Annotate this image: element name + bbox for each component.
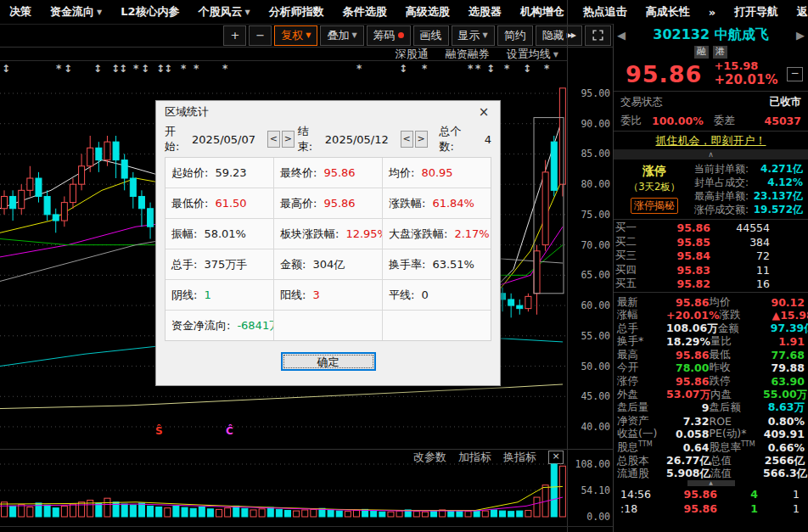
- volume-bar: [61, 506, 67, 517]
- tick-list: 14:5695.8641:1895.8611: [614, 487, 808, 516]
- menu-item-3[interactable]: 个股风云▼: [199, 4, 250, 20]
- stat-label: 金额: [718, 322, 771, 336]
- menu-item-10[interactable]: 高成长性: [646, 4, 690, 20]
- start-prev-button[interactable]: <: [267, 131, 280, 148]
- start-date-value: 2025/05/07: [192, 133, 255, 146]
- toolbar-button-叠加[interactable]: 叠加▼: [320, 25, 363, 46]
- volume-bar: [96, 503, 102, 517]
- end-next-button[interactable]: >: [415, 131, 428, 148]
- candle: [104, 142, 110, 160]
- stat-label: 总手:: [171, 257, 197, 272]
- end-prev-button[interactable]: <: [401, 131, 413, 148]
- toolbar-button-画线[interactable]: 画线: [413, 25, 449, 46]
- stat-value: 0.64: [666, 441, 710, 454]
- menu-item-5[interactable]: 条件选股: [343, 4, 387, 20]
- stat-value: 97.39亿: [771, 322, 808, 336]
- open-account-link[interactable]: 抓住机会，即刻开户！: [656, 133, 766, 148]
- menu-item-6[interactable]: 高级选股: [406, 4, 450, 20]
- toolbar-button-简约[interactable]: 简约: [497, 25, 533, 46]
- volume-bar: [207, 509, 213, 517]
- menu-item-8[interactable]: 机构增仓: [520, 4, 564, 20]
- menu-item-2[interactable]: L2核心内参: [121, 4, 179, 20]
- statistics-table: 起始价:59.23最终价:95.86均价:80.95最低价:61.50最高价:9…: [165, 157, 491, 341]
- limit-up-reveal-button[interactable]: 涨停揭秘: [631, 198, 678, 214]
- volume-bar: [525, 511, 531, 517]
- collapse-quote-button[interactable]: −: [787, 67, 803, 81]
- volume-bar: [53, 508, 59, 517]
- volume-bar: [336, 511, 342, 517]
- toolbar-button-复权[interactable]: 复权▼: [274, 25, 317, 46]
- collapse-handle[interactable]: ∧: [614, 149, 808, 160]
- stat-label: 总手: [617, 322, 666, 336]
- menu-item-11[interactable]: »: [709, 6, 715, 19]
- stat-label: 换手*: [617, 334, 666, 349]
- chevron-down-icon: ▼: [97, 8, 102, 16]
- volume-bar: [19, 505, 25, 517]
- dialog-titlebar[interactable]: 区域统计 ×: [156, 101, 500, 123]
- event-marker: ↕: [119, 63, 127, 75]
- menu-item-1[interactable]: 资金流向▼: [50, 4, 102, 20]
- volume-bar: [482, 511, 488, 517]
- stat-cell: 最低价:61.50: [166, 188, 273, 218]
- zt-value: 4.12%: [749, 176, 803, 188]
- stat-value: 2.17%: [454, 227, 489, 240]
- stat-value: 409.91: [762, 428, 805, 440]
- stat-value: 8.63万: [762, 400, 805, 415]
- stats-row: 最新95.86均价90.12: [617, 295, 805, 309]
- price-row: 95.86 +15.98 +20.01% −: [614, 59, 808, 90]
- stat-value: 7.32: [666, 415, 710, 428]
- volume-bar: [182, 507, 188, 517]
- limit-up-stats: 当前封单额:4.271亿封单占成交:4.12%最高封单额:23.137亿涨停成交…: [690, 162, 803, 216]
- event-marker: ↕: [486, 63, 495, 75]
- menu-right-item-0[interactable]: 打开导航: [734, 4, 778, 20]
- toolbar-button-+[interactable]: +: [223, 25, 246, 46]
- prev-stock-icon[interactable]: ◀: [617, 29, 629, 42]
- divider: [614, 292, 808, 293]
- stats-grid: 最新95.86均价90.12涨幅+20.01%涨跌▲15.98总手108.06万…: [614, 294, 808, 480]
- event-marker: ↕: [141, 63, 149, 75]
- event-glyph: Ĉ: [226, 424, 233, 437]
- volume-bar: [474, 511, 480, 517]
- stat-value: 304亿: [312, 257, 345, 272]
- menu-right-item-1[interactable]: 返回: [797, 4, 808, 20]
- toolbar-button-显示[interactable]: 显示▼: [452, 25, 495, 46]
- toolbar-button-筹码[interactable]: 筹码: [367, 25, 411, 46]
- dialog-close-icon[interactable]: ×: [476, 104, 491, 120]
- stat-value: 80.95: [421, 166, 452, 179]
- chevron-down-icon: ▼: [351, 31, 356, 39]
- toolbar-button-−[interactable]: −: [249, 25, 272, 46]
- candle: [44, 196, 50, 214]
- event-marker: *: [56, 63, 61, 75]
- count-label: 总个数:: [440, 124, 471, 154]
- event-marker: *: [356, 63, 362, 75]
- divider: [614, 91, 808, 92]
- zt-label: 涨停成交额:: [694, 203, 749, 217]
- tick-price: 95.86: [665, 502, 717, 515]
- candle: [87, 148, 93, 165]
- event-marker: ↕: [93, 63, 102, 75]
- next-stock-icon[interactable]: ▶: [793, 29, 805, 42]
- stat-label: 涨跌幅:: [389, 196, 425, 211]
- menu-item-4[interactable]: 分析师指数: [269, 4, 324, 20]
- start-next-button[interactable]: >: [282, 131, 295, 148]
- chevron-down-icon: ▼: [483, 31, 488, 39]
- volume-chart[interactable]: [0, 458, 567, 526]
- volume-bar: [138, 503, 144, 517]
- menu-item-0[interactable]: 决策: [9, 4, 31, 20]
- stat-label: 阳线:: [280, 288, 306, 303]
- stat-value: +20.01%: [666, 309, 720, 322]
- zt-label: 当前封单额:: [694, 162, 749, 176]
- stat-label: 最高: [617, 348, 666, 362]
- weibi-value: 100.00%: [652, 115, 704, 127]
- ok-button[interactable]: 确定: [281, 352, 376, 371]
- stat-cell: 资金净流向:-6841万: [166, 311, 273, 340]
- stat-label: 资金净流向:: [171, 318, 230, 333]
- volume-tick: 0.00: [568, 511, 610, 523]
- weibi-label: 委比: [620, 114, 642, 128]
- volume-bar: [156, 507, 162, 517]
- limit-up-stat-row: 当前封单额:4.271亿: [690, 162, 803, 176]
- bid-label: 买五: [615, 277, 651, 291]
- menu-item-7[interactable]: 选股器: [469, 4, 502, 20]
- zt-value: 23.137亿: [749, 189, 803, 204]
- volume-bar: [259, 509, 265, 517]
